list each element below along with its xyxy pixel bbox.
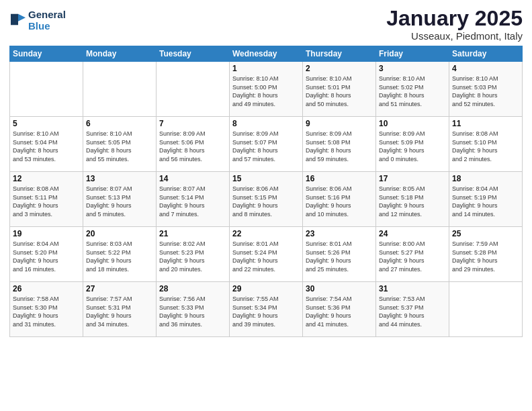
calendar-day-cell: 23Sunrise: 8:01 AM Sunset: 5:26 PM Dayli…	[303, 227, 376, 282]
day-info: Sunrise: 7:57 AM Sunset: 5:31 PM Dayligh…	[86, 295, 153, 328]
calendar-table: Sunday Monday Tuesday Wednesday Thursday…	[9, 46, 523, 337]
day-number: 15	[232, 174, 300, 183]
day-info: Sunrise: 8:07 AM Sunset: 5:13 PM Dayligh…	[86, 185, 153, 218]
day-info: Sunrise: 8:01 AM Sunset: 5:26 PM Dayligh…	[306, 240, 373, 273]
page-container: General Blue January 2025 Usseaux, Piedm…	[0, 0, 532, 344]
calendar-day-cell: 17Sunrise: 8:05 AM Sunset: 5:18 PM Dayli…	[376, 172, 449, 227]
day-number: 30	[306, 284, 373, 293]
calendar-day-cell: 14Sunrise: 8:07 AM Sunset: 5:14 PM Dayli…	[157, 172, 230, 227]
day-info: Sunrise: 8:10 AM Sunset: 5:02 PM Dayligh…	[379, 75, 446, 108]
day-number: 21	[159, 229, 226, 238]
calendar-day-cell: 21Sunrise: 8:02 AM Sunset: 5:23 PM Dayli…	[157, 227, 230, 282]
header: General Blue January 2025 Usseaux, Piedm…	[9, 7, 523, 42]
calendar-day-cell: 27Sunrise: 7:57 AM Sunset: 5:31 PM Dayli…	[83, 282, 157, 337]
calendar-day-cell: 30Sunrise: 7:54 AM Sunset: 5:36 PM Dayli…	[303, 282, 376, 337]
day-info: Sunrise: 8:03 AM Sunset: 5:22 PM Dayligh…	[86, 240, 153, 273]
calendar-subtitle: Usseaux, Piedmont, Italy	[386, 30, 523, 42]
day-number: 4	[452, 64, 519, 73]
day-number: 7	[159, 119, 226, 128]
calendar-day-cell: 18Sunrise: 8:04 AM Sunset: 5:19 PM Dayli…	[449, 172, 523, 227]
calendar-day-cell: 31Sunrise: 7:53 AM Sunset: 5:37 PM Dayli…	[376, 282, 449, 337]
calendar-day-cell	[83, 62, 157, 117]
calendar-day-cell: 19Sunrise: 8:04 AM Sunset: 5:20 PM Dayli…	[10, 227, 83, 282]
weekday-friday: Friday	[376, 46, 449, 62]
calendar-day-cell: 12Sunrise: 8:08 AM Sunset: 5:11 PM Dayli…	[10, 172, 83, 227]
calendar-day-cell: 28Sunrise: 7:56 AM Sunset: 5:33 PM Dayli…	[157, 282, 230, 337]
day-number: 2	[306, 64, 373, 73]
day-number: 24	[379, 229, 446, 238]
day-info: Sunrise: 8:06 AM Sunset: 5:15 PM Dayligh…	[232, 185, 300, 218]
calendar-day-cell: 7Sunrise: 8:09 AM Sunset: 5:06 PM Daylig…	[157, 117, 230, 172]
day-info: Sunrise: 8:10 AM Sunset: 5:01 PM Dayligh…	[306, 75, 373, 108]
calendar-day-cell: 25Sunrise: 7:59 AM Sunset: 5:28 PM Dayli…	[449, 227, 523, 282]
calendar-day-cell: 2Sunrise: 8:10 AM Sunset: 5:01 PM Daylig…	[303, 62, 376, 117]
calendar-day-cell: 11Sunrise: 8:08 AM Sunset: 5:10 PM Dayli…	[449, 117, 523, 172]
calendar-day-cell: 5Sunrise: 8:10 AM Sunset: 5:04 PM Daylig…	[10, 117, 83, 172]
calendar-day-cell: 10Sunrise: 8:09 AM Sunset: 5:09 PM Dayli…	[376, 117, 449, 172]
calendar-day-cell: 4Sunrise: 8:10 AM Sunset: 5:03 PM Daylig…	[449, 62, 523, 117]
day-number: 13	[86, 174, 153, 183]
calendar-day-cell: 13Sunrise: 8:07 AM Sunset: 5:13 PM Dayli…	[83, 172, 157, 227]
day-info: Sunrise: 8:00 AM Sunset: 5:27 PM Dayligh…	[379, 240, 446, 273]
day-info: Sunrise: 8:07 AM Sunset: 5:14 PM Dayligh…	[159, 185, 226, 218]
day-info: Sunrise: 8:09 AM Sunset: 5:07 PM Dayligh…	[232, 130, 300, 163]
day-number: 9	[306, 119, 373, 128]
day-number: 8	[232, 119, 300, 128]
day-info: Sunrise: 8:08 AM Sunset: 5:11 PM Dayligh…	[13, 185, 80, 218]
day-info: Sunrise: 8:01 AM Sunset: 5:24 PM Dayligh…	[232, 240, 300, 273]
day-number: 31	[379, 284, 446, 293]
day-number: 14	[159, 174, 226, 183]
day-info: Sunrise: 8:08 AM Sunset: 5:10 PM Dayligh…	[452, 130, 519, 163]
weekday-wednesday: Wednesday	[230, 46, 303, 62]
calendar-day-cell: 1Sunrise: 8:10 AM Sunset: 5:00 PM Daylig…	[230, 62, 303, 117]
weekday-sunday: Sunday	[10, 46, 83, 62]
day-info: Sunrise: 7:56 AM Sunset: 5:33 PM Dayligh…	[159, 295, 226, 328]
day-number: 26	[13, 284, 80, 293]
logo-text-block: General Blue	[28, 9, 66, 32]
day-number: 10	[379, 119, 446, 128]
logo-icon	[11, 12, 26, 27]
calendar-week-row: 19Sunrise: 8:04 AM Sunset: 5:20 PM Dayli…	[10, 227, 523, 282]
calendar-day-cell	[157, 62, 230, 117]
day-number: 28	[159, 284, 226, 293]
weekday-header-row: Sunday Monday Tuesday Wednesday Thursday…	[10, 46, 523, 62]
svg-marker-1	[18, 13, 26, 21]
day-number: 29	[232, 284, 300, 293]
day-info: Sunrise: 8:10 AM Sunset: 5:03 PM Dayligh…	[452, 75, 519, 108]
calendar-day-cell: 16Sunrise: 8:06 AM Sunset: 5:16 PM Dayli…	[303, 172, 376, 227]
day-info: Sunrise: 8:09 AM Sunset: 5:08 PM Dayligh…	[306, 130, 373, 163]
weekday-tuesday: Tuesday	[157, 46, 230, 62]
day-info: Sunrise: 8:09 AM Sunset: 5:09 PM Dayligh…	[379, 130, 446, 163]
calendar-day-cell: 8Sunrise: 8:09 AM Sunset: 5:07 PM Daylig…	[230, 117, 303, 172]
logo-block	[9, 12, 26, 30]
day-number: 22	[232, 229, 300, 238]
day-info: Sunrise: 7:55 AM Sunset: 5:34 PM Dayligh…	[232, 295, 300, 328]
day-info: Sunrise: 8:10 AM Sunset: 5:00 PM Dayligh…	[232, 75, 300, 108]
day-info: Sunrise: 8:06 AM Sunset: 5:16 PM Dayligh…	[306, 185, 373, 218]
day-number: 3	[379, 64, 446, 73]
day-number: 23	[306, 229, 373, 238]
weekday-monday: Monday	[83, 46, 157, 62]
day-info: Sunrise: 8:10 AM Sunset: 5:05 PM Dayligh…	[86, 130, 153, 163]
day-number: 20	[86, 229, 153, 238]
calendar-week-row: 1Sunrise: 8:10 AM Sunset: 5:00 PM Daylig…	[10, 62, 523, 117]
day-number: 11	[452, 119, 519, 128]
day-info: Sunrise: 7:58 AM Sunset: 5:30 PM Dayligh…	[13, 295, 80, 328]
day-info: Sunrise: 8:04 AM Sunset: 5:20 PM Dayligh…	[13, 240, 80, 273]
day-number: 25	[452, 229, 519, 238]
calendar-day-cell: 6Sunrise: 8:10 AM Sunset: 5:05 PM Daylig…	[83, 117, 157, 172]
day-number: 19	[13, 229, 80, 238]
calendar-day-cell: 3Sunrise: 8:10 AM Sunset: 5:02 PM Daylig…	[376, 62, 449, 117]
day-info: Sunrise: 7:59 AM Sunset: 5:28 PM Dayligh…	[452, 240, 519, 273]
calendar-day-cell: 26Sunrise: 7:58 AM Sunset: 5:30 PM Dayli…	[10, 282, 83, 337]
calendar-day-cell: 24Sunrise: 8:00 AM Sunset: 5:27 PM Dayli…	[376, 227, 449, 282]
title-block: January 2025 Usseaux, Piedmont, Italy	[386, 7, 523, 42]
calendar-week-row: 26Sunrise: 7:58 AM Sunset: 5:30 PM Dayli…	[10, 282, 523, 337]
logo-general: General	[28, 9, 66, 21]
day-number: 5	[13, 119, 80, 128]
day-info: Sunrise: 8:10 AM Sunset: 5:04 PM Dayligh…	[13, 130, 80, 163]
calendar-day-cell	[449, 282, 523, 337]
calendar-title: January 2025	[386, 7, 523, 30]
calendar-day-cell: 22Sunrise: 8:01 AM Sunset: 5:24 PM Dayli…	[230, 227, 303, 282]
day-info: Sunrise: 7:54 AM Sunset: 5:36 PM Dayligh…	[306, 295, 373, 328]
